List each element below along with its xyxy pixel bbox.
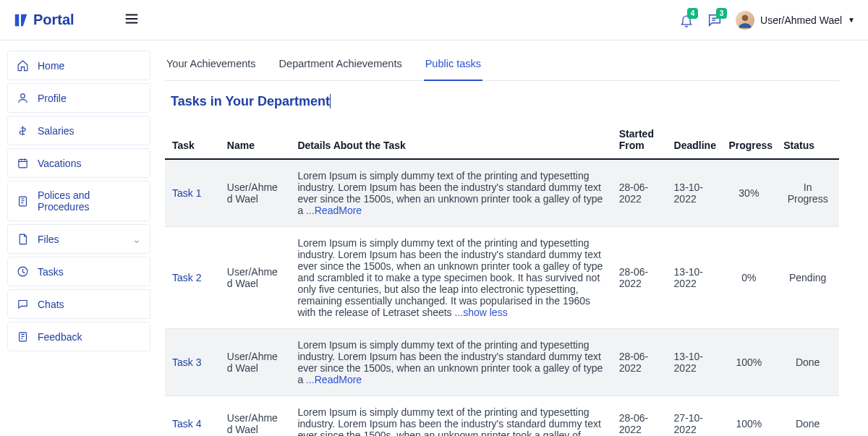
main-content: Your AchievementsDepartment Achievements… <box>158 40 868 436</box>
task-link[interactable]: Task 2 <box>172 272 201 283</box>
notifications-button[interactable]: 4 <box>679 12 694 28</box>
task-deadline: 13-10-2022 <box>667 159 722 227</box>
task-start: 28-06-2022 <box>612 396 667 437</box>
task-link[interactable]: Task 4 <box>172 418 201 429</box>
notif-badge: 4 <box>687 8 698 19</box>
tab-department-achievements[interactable]: Department Achievements <box>278 55 404 80</box>
chevron-down-icon: ⌄ <box>132 234 141 245</box>
sidebar-item-tasks[interactable]: Tasks <box>7 257 150 286</box>
task-details: Lorem Ipsum is simply dummy text of the … <box>290 227 611 329</box>
caret-down-icon: ▼ <box>848 16 855 24</box>
read-more-link[interactable]: ...ReadMore <box>306 374 362 385</box>
svg-point-1 <box>21 94 25 98</box>
task-progress: 100% <box>721 396 776 437</box>
sidebar-item-label: Vacations <box>38 158 81 169</box>
col-name: Name <box>220 122 291 159</box>
sidebar-icon <box>17 233 29 245</box>
task-details: Lorem Ipsum is simply dummy text of the … <box>290 396 611 437</box>
sidebar-icon <box>17 330 29 343</box>
tasks-table: Task Name Details About the Task Started… <box>165 122 839 436</box>
task-deadline: 27-10-2022 <box>667 396 722 437</box>
sidebar-item-home[interactable]: Home <box>7 51 150 80</box>
show-less-link[interactable]: ...show less <box>455 307 508 318</box>
sidebar-item-label: Profile <box>38 93 67 104</box>
task-status: Pending <box>776 227 839 329</box>
avatar <box>736 11 754 30</box>
task-owner: User/Ahmed Wael <box>220 329 291 396</box>
table-row: Task 2User/Ahmed WaelLorem Ipsum is simp… <box>165 227 839 329</box>
svg-point-0 <box>742 14 749 21</box>
sidebar-item-chats[interactable]: Chats <box>7 289 150 319</box>
sidebar-item-label: Tasks <box>38 266 64 278</box>
task-status: Done <box>776 396 839 437</box>
sidebar-item-label: Chats <box>38 299 64 310</box>
task-status: Done <box>776 329 839 396</box>
task-start: 28-06-2022 <box>612 227 667 329</box>
col-status: Status <box>776 122 839 159</box>
task-details: Lorem Ipsum is simply dummy text of the … <box>290 329 611 396</box>
task-owner: User/Ahmed Wael <box>220 227 291 329</box>
messages-button[interactable]: 3 <box>707 12 723 28</box>
page-title: Tasks in Your Department <box>171 94 839 109</box>
logo[interactable]: Portal <box>13 12 75 28</box>
svg-rect-3 <box>20 197 27 206</box>
task-status: In Progress <box>776 159 839 227</box>
read-more-link[interactable]: ...ReadMore <box>306 205 362 216</box>
task-progress: 100% <box>721 329 776 396</box>
sidebar-icon <box>17 298 29 310</box>
sidebar-item-label: Feedback <box>38 331 82 343</box>
menu-toggle[interactable] <box>124 11 140 29</box>
task-link[interactable]: Task 3 <box>172 356 201 368</box>
tab-public-tasks[interactable]: Public tasks <box>424 55 482 81</box>
sidebar-icon <box>17 124 29 137</box>
chat-badge: 3 <box>716 8 727 19</box>
task-start: 28-06-2022 <box>612 329 667 396</box>
col-details: Details About the Task <box>290 122 611 159</box>
task-progress: 30% <box>721 159 776 227</box>
sidebar-item-label: Salaries <box>38 125 75 137</box>
sidebar-item-vacations[interactable]: Vacations <box>7 148 150 178</box>
sidebar-item-label: Files <box>38 234 59 245</box>
user-label: User/Ahmed Wael <box>760 14 842 26</box>
col-deadline: Deadline <box>667 122 722 159</box>
header-right: 4 3 User/Ahmed Wael ▼ <box>679 11 855 30</box>
col-task: Task <box>165 122 220 159</box>
sidebar-item-polices-and-procedures[interactable]: Polices and Procedures <box>7 181 150 221</box>
task-deadline: 13-10-2022 <box>667 227 722 329</box>
app-name: Portal <box>33 12 75 28</box>
table-row: Task 4User/Ahmed WaelLorem Ipsum is simp… <box>165 396 839 437</box>
sidebar-item-label: Home <box>38 60 64 72</box>
sidebar: HomeProfileSalariesVacationsPolices and … <box>0 40 158 436</box>
sidebar-icon <box>17 265 29 278</box>
sidebar-item-feedback[interactable]: Feedback <box>7 322 150 351</box>
logo-icon <box>13 12 29 28</box>
task-progress: 0% <box>721 227 776 329</box>
table-row: Task 1User/Ahmed WaelLorem Ipsum is simp… <box>165 159 839 227</box>
sidebar-icon <box>17 157 29 169</box>
task-start: 28-06-2022 <box>612 159 667 227</box>
task-deadline: 13-10-2022 <box>667 329 722 396</box>
sidebar-item-files[interactable]: Files⌄ <box>7 224 150 254</box>
task-owner: User/Ahmed Wael <box>220 396 291 437</box>
hamburger-icon <box>124 11 140 27</box>
table-row: Task 3User/Ahmed WaelLorem Ipsum is simp… <box>165 329 839 396</box>
sidebar-item-label: Polices and Procedures <box>38 189 141 213</box>
sidebar-icon <box>17 195 29 208</box>
col-start: Started From <box>612 122 667 159</box>
task-owner: User/Ahmed Wael <box>220 159 291 227</box>
sidebar-icon <box>17 59 29 72</box>
tab-your-achievements[interactable]: Your Achievements <box>165 55 258 80</box>
sidebar-item-profile[interactable]: Profile <box>7 83 150 113</box>
task-link[interactable]: Task 1 <box>172 187 201 199</box>
app-header: Portal 4 3 User/Ahmed Wael ▼ <box>0 0 868 40</box>
task-details: Lorem Ipsum is simply dummy text of the … <box>290 159 611 227</box>
tabs: Your AchievementsDepartment Achievements… <box>165 55 839 81</box>
svg-rect-2 <box>19 160 27 168</box>
sidebar-item-salaries[interactable]: Salaries <box>7 116 150 145</box>
sidebar-icon <box>17 92 29 104</box>
user-menu[interactable]: User/Ahmed Wael ▼ <box>736 11 855 30</box>
col-progress: Progress <box>721 122 776 159</box>
